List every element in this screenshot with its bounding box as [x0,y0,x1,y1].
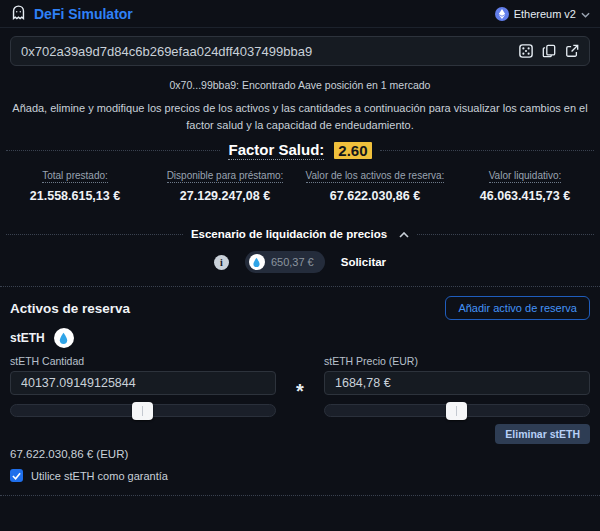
steth-asset-row: stETH [10,328,590,348]
price-column: stETH Precio (EUR) [324,355,590,417]
liquidation-price-row: i 650,37 € Solicitar [0,251,600,273]
quantity-column: stETH Cantidad [10,355,276,417]
reserve-assets-title: Activos de reserva [10,301,130,316]
app-description: Añada, elimine y modifique los precios d… [8,100,592,134]
info-icon[interactable]: i [214,255,229,270]
summary-stats: Total prestado: 21.558.615,13 € Disponib… [0,169,600,203]
price-input[interactable] [324,371,590,395]
add-reserve-asset-button[interactable]: Añadir activo de reserva [445,296,590,320]
price-slider[interactable] [324,404,590,417]
collateral-checkbox-label: Utilice stETH como garantía [31,470,168,482]
ghost-icon [10,4,27,23]
asset-symbol: stETH [10,331,45,345]
divider [6,150,220,151]
stat-value: 21.558.615,13 € [0,189,150,203]
stat-value: 27.129.247,08 € [150,189,300,203]
address-input[interactable] [21,44,511,59]
stat-value: 46.063.415,73 € [450,189,600,203]
stat-label: Disponible para préstamo: [167,170,284,183]
liquidation-price-value: 650,37 € [271,256,314,268]
stat-label: Valor de los activos de reserva: [306,170,445,183]
quantity-label: stETH Cantidad [10,355,276,367]
price-label: stETH Precio (EUR) [324,355,590,367]
divider [380,150,594,151]
stat-net-asset-value: Valor liquidativo: 46.063.415,73 € [450,169,600,203]
chevron-down-icon [581,8,590,20]
health-factor-label: Factor Salud: [228,141,324,160]
external-link-icon[interactable] [565,44,579,58]
address-bar [10,36,590,66]
steth-icon [249,254,265,270]
app-logo: DeFi Simulator [10,4,133,23]
apply-button[interactable]: Solicitar [341,256,386,268]
liquidation-scenario-toggle[interactable]: Escenario de liquidación de precios [0,228,600,240]
stat-value: 67.622.030,86 € [300,189,450,203]
ethereum-icon [495,7,509,21]
steth-controls: stETH Cantidad * stETH Precio (EUR) [10,355,590,417]
health-factor-row: Factor Salud: 2.60 [0,141,600,160]
collateral-row: Utilice stETH como garantía [10,469,590,482]
health-factor-value: 2.60 [334,142,371,159]
chevron-up-icon [399,228,409,240]
stat-reserve-asset-value: Valor de los activos de reserva: 67.622.… [300,169,450,203]
divider [0,286,600,287]
liquidation-price-pill: 650,37 € [245,251,325,273]
steth-total-value: 67.622.030,86 € (EUR) [10,448,590,460]
stat-label: Total prestado: [42,170,108,183]
stat-label: Valor liquidativo: [489,170,562,183]
divider [6,234,183,235]
remove-steth-button[interactable]: Eliminar stETH [495,424,590,444]
divider [417,234,594,235]
app-header: DeFi Simulator Ethereum v2 [0,0,600,28]
price-slider-thumb[interactable] [446,402,467,420]
network-selector[interactable]: Ethereum v2 [495,7,590,21]
network-label: Ethereum v2 [514,8,576,20]
quantity-slider[interactable] [10,404,276,417]
quantity-slider-thumb[interactable] [132,402,153,420]
liquidation-scenario-title: Escenario de liquidación de precios [191,228,387,240]
collateral-checkbox[interactable] [10,469,23,482]
reserve-assets-section: Activos de reserva Añadir activo de rese… [0,296,600,482]
stat-available-to-borrow: Disponible para préstamo: 27.129.247,08 … [150,169,300,203]
position-found-status: 0x70...99bba9: Encontrado Aave posición … [0,79,600,91]
copy-icon[interactable] [542,44,556,58]
quantity-input[interactable] [10,371,276,395]
steth-icon [54,328,74,348]
multiply-sign: * [296,380,304,403]
stat-total-borrowed: Total prestado: 21.558.615,13 € [0,169,150,203]
page-title: DeFi Simulator [34,6,133,22]
dice-icon[interactable] [519,44,533,58]
